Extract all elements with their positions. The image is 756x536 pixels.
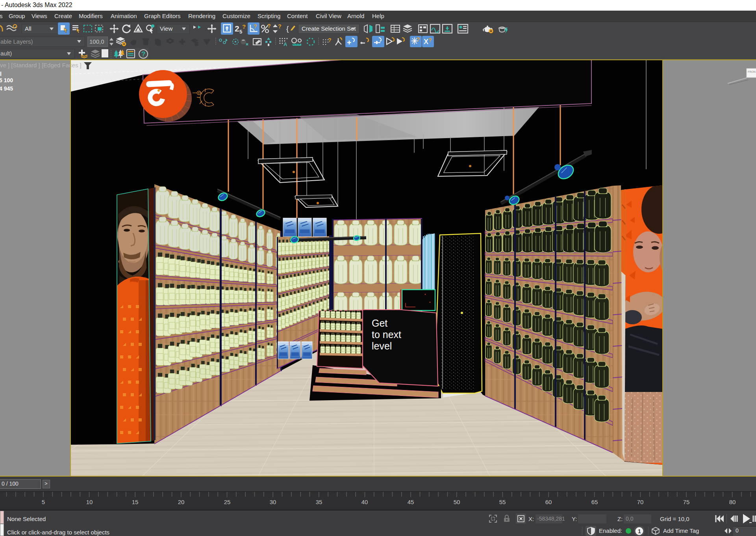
svg-text:5 100: 5 100 <box>0 77 13 83</box>
svg-text:?: ? <box>141 50 145 58</box>
svg-text:70: 70 <box>637 499 644 505</box>
svg-text:2: 2 <box>235 24 239 33</box>
svg-text:10: 10 <box>86 499 93 505</box>
svg-text:level: level <box>372 340 392 351</box>
svg-text:1: 1 <box>638 528 641 534</box>
svg-text:A: A <box>284 41 287 47</box>
svg-text:4 945: 4 945 <box>0 85 13 92</box>
svg-text:{: { <box>286 24 289 33</box>
svg-text:?: ? <box>267 23 271 29</box>
svg-text:50: 50 <box>454 499 460 505</box>
svg-text:35: 35 <box>316 499 322 505</box>
svg-text:to next: to next <box>372 329 401 340</box>
svg-text:Get: Get <box>372 318 387 329</box>
svg-text:5: 5 <box>42 499 45 505</box>
svg-text:l: l <box>0 71 2 77</box>
svg-text:65: 65 <box>591 499 598 505</box>
svg-text:?: ? <box>254 24 257 30</box>
svg-text:80: 80 <box>729 499 736 505</box>
svg-text:40: 40 <box>361 499 368 505</box>
svg-text:30: 30 <box>270 499 276 505</box>
svg-text:X: X <box>424 38 428 46</box>
svg-text:?: ? <box>278 23 282 30</box>
svg-text:?: ? <box>242 23 246 30</box>
svg-text:45: 45 <box>408 499 414 505</box>
svg-text:15: 15 <box>132 499 139 505</box>
svg-text:?: ? <box>417 36 420 43</box>
svg-text:ve ] [Standard ] [Edged Face: ve ] [Standard ] [Edged Faces ] <box>0 62 82 68</box>
svg-text:25: 25 <box>224 499 231 505</box>
svg-text:?: ? <box>328 37 332 43</box>
svg-text:60: 60 <box>545 499 552 505</box>
svg-text:20: 20 <box>178 499 185 505</box>
svg-text:FRON: FRON <box>748 70 756 73</box>
svg-text:55: 55 <box>499 499 506 505</box>
svg-text:75: 75 <box>683 499 690 505</box>
svg-text:?: ? <box>428 37 432 43</box>
